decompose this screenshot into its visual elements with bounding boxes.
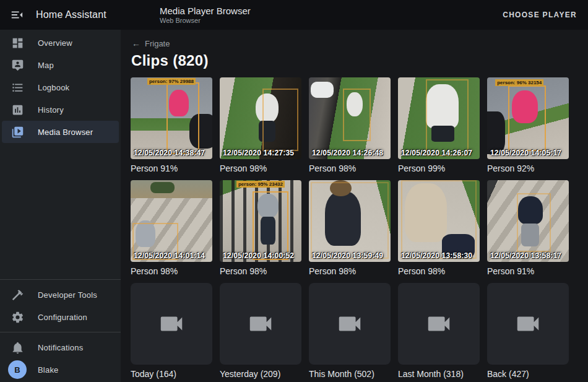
- video-camera-icon: [514, 310, 542, 338]
- sidebar-nav: Overview Map Logbook History Media Brows…: [0, 30, 121, 143]
- avatar: B: [8, 360, 27, 379]
- folder-thumbnail: [398, 283, 480, 365]
- sidebar-item-label: Logbook: [38, 83, 69, 92]
- sidebar-item-label: Developer Tools: [38, 290, 97, 300]
- breadcrumb-label: Frigate: [145, 39, 170, 48]
- clip-timestamp: 12/05/2020 14:00:52: [223, 251, 294, 260]
- clip-item[interactable]: person: 95% 23432 12/05/2020 14:00:52 Pe…: [220, 180, 301, 277]
- clip-label: Person 92%: [487, 163, 569, 174]
- sidebar-item-configuration[interactable]: Configuration: [0, 306, 121, 328]
- panel-header: Media Player Browser Web Browser: [121, 0, 251, 30]
- clip-thumbnail: person: 95% 23432 12/05/2020 14:00:52: [220, 180, 301, 262]
- clip-timestamp: 12/05/2020 14:26:48: [312, 149, 383, 157]
- breadcrumb-back[interactable]: ← Frigate: [121, 30, 170, 48]
- sidebar-item-label: Media Browser: [38, 128, 93, 137]
- folder-thumbnail: [309, 283, 391, 365]
- clip-label: Person 98%: [131, 266, 212, 277]
- detection-bounding-box: [401, 180, 476, 259]
- view-dashboard-icon: [11, 36, 24, 50]
- media-browser-content: ← Frigate Clips (820) person: 97% 29988 …: [121, 30, 588, 382]
- clip-label: Person 98%: [220, 163, 301, 174]
- panel-title: Media Player Browser: [160, 6, 251, 17]
- folder-thumbnail: [220, 283, 301, 365]
- video-camera-icon: [425, 310, 453, 338]
- detection-bounding-box: [311, 182, 389, 259]
- tooltip-account-icon: [11, 58, 24, 72]
- folder-label: Yesterday (209): [220, 369, 301, 380]
- sidebar-item-map[interactable]: Map: [0, 54, 121, 76]
- sidebar-item-label: Overview: [38, 38, 72, 48]
- folder-label: Back (427): [487, 369, 569, 380]
- clip-thumbnail: 12/05/2020 14:26:07: [398, 77, 480, 159]
- top-app-bar: Home Assistant Media Player Browser Web …: [0, 0, 588, 30]
- detection-label: person: 97% 29988: [147, 78, 196, 85]
- detection-bounding-box: [166, 82, 199, 154]
- sidebar-item-overview[interactable]: Overview: [0, 32, 121, 54]
- sidebar-header: Home Assistant: [0, 0, 121, 30]
- hammer-icon: [11, 288, 24, 302]
- folder-item-back[interactable]: Back (427): [487, 283, 569, 380]
- clip-timestamp: 12/05/2020 13:59:49: [312, 251, 383, 260]
- clip-timestamp: 12/05/2020 14:05:17: [490, 149, 561, 157]
- detection-bounding-box: [517, 193, 551, 252]
- detection-bounding-box: [426, 79, 469, 156]
- detection-bounding-box: [343, 89, 371, 141]
- clip-item[interactable]: 12/05/2020 14:26:07 Person 99%: [398, 77, 480, 174]
- clip-thumbnail: 12/05/2020 14:26:48: [309, 77, 391, 159]
- clip-item[interactable]: 12/05/2020 14:01:14 Person 98%: [131, 180, 212, 277]
- video-camera-icon: [246, 310, 275, 338]
- clip-item[interactable]: person: 96% 32154 12/05/2020 14:05:17 Pe…: [487, 77, 569, 174]
- detection-label: person: 95% 23432: [236, 181, 285, 188]
- choose-player-button[interactable]: CHOOSE PLAYER: [491, 11, 588, 19]
- sidebar-item-developer-tools[interactable]: Developer Tools: [0, 284, 121, 306]
- clip-item[interactable]: 12/05/2020 13:58:30 Person 98%: [398, 180, 480, 277]
- folder-item-this-month[interactable]: This Month (502): [309, 283, 391, 380]
- clip-thumbnail: person: 96% 32154 12/05/2020 14:05:17: [487, 77, 569, 159]
- clip-item[interactable]: 12/05/2020 14:26:48 Person 98%: [309, 77, 391, 174]
- clip-timestamp: 12/05/2020 13:58:17: [490, 251, 561, 260]
- folder-item-today[interactable]: Today (164): [131, 283, 212, 380]
- clip-thumbnail: 12/05/2020 14:27:35: [220, 77, 301, 159]
- clip-timestamp: 12/05/2020 14:01:14: [134, 251, 205, 260]
- clip-timestamp: 12/05/2020 14:26:07: [401, 149, 472, 157]
- page-title: Clips (820): [121, 48, 588, 69]
- clip-thumbnail: 12/05/2020 14:01:14: [131, 180, 212, 262]
- clip-timestamp: 12/05/2020 13:58:30: [401, 251, 472, 260]
- sidebar-divider: [0, 279, 121, 280]
- sidebar-item-notifications[interactable]: Notifications: [0, 336, 121, 358]
- sidebar-item-label: Notifications: [38, 343, 83, 352]
- clip-item[interactable]: 12/05/2020 13:58:17 Person 91%: [487, 180, 569, 277]
- sidebar: Overview Map Logbook History Media Brows…: [0, 30, 121, 382]
- folder-thumbnail: [487, 283, 569, 365]
- bell-icon: [11, 341, 24, 354]
- folder-label: Today (164): [131, 369, 212, 380]
- clip-thumbnail: 12/05/2020 13:59:49: [309, 180, 391, 262]
- folder-item-last-month[interactable]: Last Month (318): [398, 283, 480, 380]
- menu-open-icon: [10, 8, 24, 22]
- clip-item[interactable]: 12/05/2020 14:27:35 Person 98%: [220, 77, 301, 174]
- panel-subtitle: Web Browser: [160, 17, 251, 25]
- sidebar-item-history[interactable]: History: [0, 98, 121, 121]
- sidebar-item-label: Configuration: [38, 313, 87, 322]
- clip-label: Person 99%: [398, 163, 480, 174]
- sidebar-divider: [0, 332, 121, 332]
- app-title: Home Assistant: [36, 9, 106, 20]
- user-name: Blake: [38, 365, 59, 375]
- sidebar-item-label: Map: [38, 61, 54, 70]
- sidebar-item-user-profile[interactable]: B Blake: [0, 358, 121, 381]
- clip-thumbnail: 12/05/2020 13:58:30: [398, 180, 480, 262]
- clip-label: Person 98%: [398, 266, 480, 277]
- clip-label: Person 98%: [309, 266, 391, 277]
- clip-label: Person 98%: [220, 266, 301, 277]
- clip-item[interactable]: person: 97% 29988 12/05/2020 14:38:47 Pe…: [131, 77, 212, 174]
- sidebar-item-media-browser[interactable]: Media Browser: [2, 121, 119, 143]
- home-assistant-window: Home Assistant Media Player Browser Web …: [0, 0, 588, 382]
- sidebar-item-logbook[interactable]: Logbook: [0, 76, 121, 98]
- folder-item-yesterday[interactable]: Yesterday (209): [220, 283, 301, 380]
- clip-item[interactable]: 12/05/2020 13:59:49 Person 98%: [309, 180, 391, 277]
- clip-timestamp: 12/05/2020 14:38:47: [134, 149, 205, 157]
- clips-grid: person: 97% 29988 12/05/2020 14:38:47 Pe…: [121, 69, 588, 380]
- clip-thumbnail: 12/05/2020 13:58:17: [487, 180, 569, 262]
- folder-label: This Month (502): [309, 369, 391, 380]
- sidebar-toggle-button[interactable]: [9, 7, 25, 23]
